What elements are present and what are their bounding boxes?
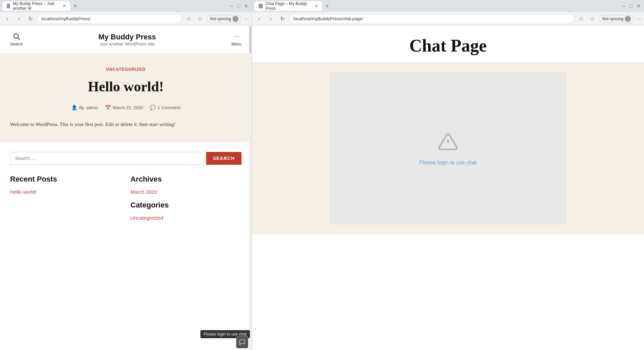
post-comments-link[interactable]: 1 Comment xyxy=(158,105,180,110)
search-icon xyxy=(12,32,21,40)
minimize-button[interactable]: ─ xyxy=(229,3,234,9)
site-branding: My Buddy Press Just another WordPress si… xyxy=(98,33,156,46)
menu-button[interactable]: ⋯ Menu xyxy=(231,32,242,46)
author-icon: 👤 xyxy=(71,105,77,110)
back-button[interactable]: ‹ xyxy=(3,14,12,24)
chat-icon xyxy=(239,339,246,346)
tab-favicon xyxy=(7,4,10,8)
right-new-tab-button[interactable]: + xyxy=(323,3,331,10)
post-comments-meta: 💬 1 Comment xyxy=(150,105,180,110)
recent-posts-title: Recent Posts xyxy=(10,175,121,184)
post-area: UNCATEGORIZED Hello world! 👤 By admin 📅 … xyxy=(0,54,252,142)
maximize-button[interactable]: □ xyxy=(236,3,242,9)
right-titlebar: Chat Page – My Buddy Press ✕ + ─ □ ✕ xyxy=(252,0,644,12)
post-title: Hello world! xyxy=(10,78,242,95)
calendar-icon: 📅 xyxy=(105,105,111,110)
search-input[interactable] xyxy=(10,152,206,165)
warning-icon xyxy=(438,132,458,156)
left-titlebar: My Buddy Press – Just another W ✕ + ─ □ … xyxy=(0,0,252,12)
right-sync-label: Not syncing xyxy=(602,17,623,21)
sync-label: Not syncing xyxy=(210,17,231,21)
refresh-button[interactable]: ↻ xyxy=(26,14,35,24)
post-date-meta: 📅 March 22, 2020 xyxy=(105,105,143,110)
sidebar-area: SEARCH Archives March 2020 Recent Posts … xyxy=(0,142,252,233)
chat-login-link[interactable]: Please login to use chat xyxy=(419,160,477,166)
right-sync-avatar xyxy=(625,16,631,22)
site-tagline: Just another WordPress site xyxy=(98,41,156,46)
right-profile-bookmark-button[interactable]: ☆ xyxy=(588,14,597,24)
categories-widget: Categories Uncategorized xyxy=(130,201,242,223)
new-tab-button[interactable]: + xyxy=(71,3,79,10)
right-active-tab[interactable]: Chat Page – My Buddy Press ✕ xyxy=(255,1,322,11)
category-link[interactable]: UNCATEGORIZED xyxy=(10,67,242,72)
left-scrollbar[interactable] xyxy=(249,26,252,350)
right-minimize-button[interactable]: ─ xyxy=(621,3,626,9)
menu-dots-icon: ⋯ xyxy=(233,32,240,40)
post-meta: 👤 By admin 📅 March 22, 2020 💬 1 Comment xyxy=(10,105,242,110)
post-author-meta: 👤 By admin xyxy=(71,105,98,110)
scrollbar-thumb xyxy=(249,26,251,53)
post-date: March 22, 2020 xyxy=(113,105,143,110)
right-tab-favicon xyxy=(259,4,263,8)
chat-widget-button[interactable] xyxy=(236,336,248,348)
right-sync-status-button[interactable]: Not syncing xyxy=(599,15,634,23)
svg-point-0 xyxy=(14,34,19,38)
menu-label: Menu xyxy=(231,42,242,46)
sync-status-button[interactable]: Not syncing xyxy=(207,15,242,23)
archives-march-link[interactable]: March 2020 xyxy=(130,189,242,195)
right-bookmark-button[interactable]: ☆ xyxy=(576,14,586,24)
close-button[interactable]: ✕ xyxy=(244,3,249,9)
chat-page-header: Chat Page xyxy=(252,26,644,63)
chat-box: Please login to use chat xyxy=(330,73,566,224)
post-author: admin xyxy=(86,105,98,110)
forward-button[interactable]: › xyxy=(14,14,24,24)
left-active-tab[interactable]: My Buddy Press – Just another W ✕ xyxy=(3,1,70,11)
recent-post-1-link[interactable]: Hello world! xyxy=(10,189,121,195)
recent-posts-widget: Recent Posts Hello world! xyxy=(10,175,121,195)
right-close-button[interactable]: ✕ xyxy=(636,3,641,9)
site-name: My Buddy Press xyxy=(98,33,156,41)
right-maximize-button[interactable]: □ xyxy=(629,3,634,9)
tab-close-button[interactable]: ✕ xyxy=(63,4,66,8)
right-tab-title: Chat Page – My Buddy Press xyxy=(265,1,311,11)
post-excerpt: Welcome to WordPress. This is your first… xyxy=(10,120,242,128)
archives-title: Archives xyxy=(130,175,242,184)
svg-line-1 xyxy=(18,38,20,40)
sync-avatar xyxy=(232,16,238,22)
chat-content-background: Please login to use chat xyxy=(252,63,644,234)
search-submit-button[interactable]: SEARCH xyxy=(206,152,242,165)
right-refresh-button[interactable]: ↻ xyxy=(278,14,287,24)
search-widget: SEARCH xyxy=(10,152,242,165)
right-tab-close-button[interactable]: ✕ xyxy=(315,4,318,8)
profile-bookmark-button[interactable]: ☆ xyxy=(195,14,205,24)
right-forward-button[interactable]: › xyxy=(266,14,276,24)
url-text: localhost/myBuddyPress/ xyxy=(41,16,91,21)
tab-title: My Buddy Press – Just another W xyxy=(13,1,59,11)
search-label: Search xyxy=(10,42,23,46)
right-window-controls: ─ □ ✕ xyxy=(621,3,641,9)
chat-page-title: Chat Page xyxy=(265,36,631,56)
window-controls: ─ □ ✕ xyxy=(229,3,249,9)
categories-title: Categories xyxy=(130,201,242,210)
address-bar[interactable]: localhost/myBuddyPress/ xyxy=(37,14,182,24)
right-toolbar: ‹ › ↻ localhost/myBuddyPress/chat-page/ … xyxy=(252,12,644,26)
bookmark-button[interactable]: ☆ xyxy=(184,14,193,24)
right-page-content: Chat Page Please login to use chat xyxy=(252,26,644,350)
header-search-button[interactable]: Search xyxy=(10,32,23,46)
right-more-options-button[interactable]: ⋯ xyxy=(636,15,641,22)
left-page-content: Search My Buddy Press Just another WordP… xyxy=(0,26,252,350)
right-address-bar[interactable]: localhost/myBuddyPress/chat-page/ xyxy=(289,14,574,24)
archives-widget: Archives March 2020 xyxy=(130,175,242,197)
comment-icon: 💬 xyxy=(150,105,156,110)
right-back-button[interactable]: ‹ xyxy=(255,14,264,24)
categories-uncategorized-link[interactable]: Uncategorized xyxy=(130,215,242,221)
left-toolbar: ‹ › ↻ localhost/myBuddyPress/ ☆ ☆ Not sy… xyxy=(0,12,252,26)
right-url-text: localhost/myBuddyPress/chat-page/ xyxy=(293,16,363,21)
more-options-button[interactable]: ⋯ xyxy=(244,15,249,22)
wp-site-header: Search My Buddy Press Just another WordP… xyxy=(0,26,252,54)
